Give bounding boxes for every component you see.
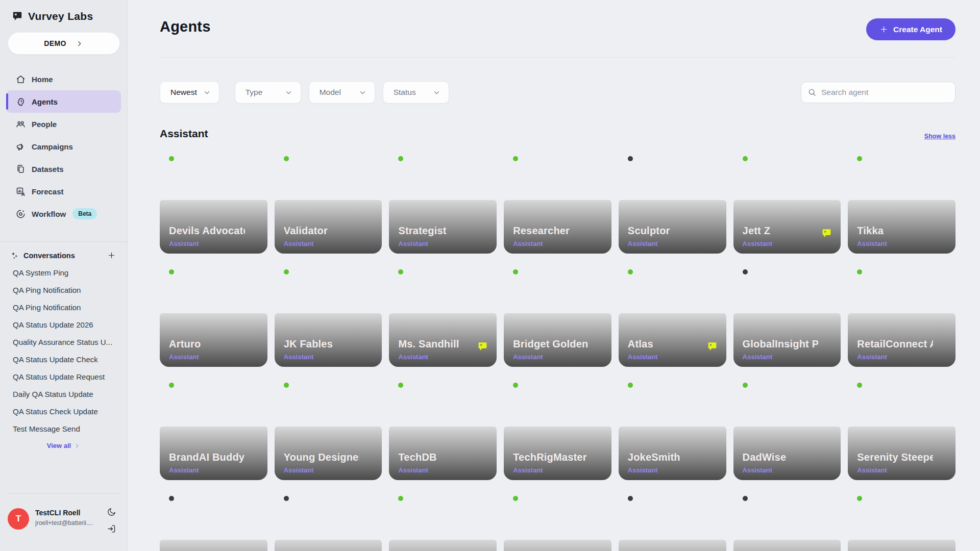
card-gradient xyxy=(275,540,382,551)
conversation-item[interactable]: QA System Ping xyxy=(0,264,127,282)
agent-card[interactable]: Atlas Assistant xyxy=(619,266,726,367)
chevron-down-icon xyxy=(203,89,211,96)
agent-card[interactable]: Validator Assistant xyxy=(275,153,382,254)
view-all-link[interactable]: View all xyxy=(0,442,127,449)
chevron-down-icon xyxy=(285,89,292,96)
conversation-item[interactable]: Test Message Send xyxy=(0,420,127,438)
filter-row: Newest Type Model Status xyxy=(160,81,955,104)
agent-name: Arturo xyxy=(169,338,245,350)
sidebar-item-people[interactable]: People xyxy=(6,113,121,135)
filter-sort-dropdown[interactable]: Newest xyxy=(160,81,219,104)
agent-card[interactable]: Devils Advocate Assistant xyxy=(160,153,267,254)
conversation-item[interactable]: QA Status Check Update xyxy=(0,403,127,420)
sidebar-item-agents[interactable]: Agents xyxy=(6,90,121,113)
agent-type-label: Assistant xyxy=(398,240,428,247)
agent-type-label: Assistant xyxy=(169,466,199,474)
agent-card[interactable]: Strategist Assistant xyxy=(389,153,497,254)
filter-model-dropdown[interactable]: Model xyxy=(309,81,375,104)
agent-card-partial[interactable] xyxy=(848,492,955,551)
campaigns-icon xyxy=(15,141,26,152)
conversation-item[interactable]: Quality Assurance Status U... xyxy=(0,334,127,351)
agent-card[interactable]: Serenity Steeper Assistant xyxy=(848,379,955,480)
agent-card[interactable]: Ms. Sandhill Assistant xyxy=(389,266,497,367)
new-conversation-button[interactable] xyxy=(107,251,116,260)
agent-card[interactable]: Jett Z Assistant xyxy=(733,153,841,254)
agent-name: Devils Advocate xyxy=(169,225,245,237)
vurvey-flag-icon xyxy=(11,10,23,22)
conversation-item[interactable]: QA Status Update Check xyxy=(0,351,127,368)
filter-status-dropdown[interactable]: Status xyxy=(383,81,449,104)
agent-card[interactable]: TechRigMaster Assistant xyxy=(504,379,611,480)
sidebar-item-campaigns[interactable]: Campaigns xyxy=(6,135,121,158)
agent-card[interactable]: JK Fables Assistant xyxy=(275,266,382,367)
agent-type-label: Assistant xyxy=(284,466,314,474)
conversation-item[interactable]: QA Ping Notification xyxy=(0,299,127,316)
agent-type-label: Assistant xyxy=(284,240,314,247)
logout-icon[interactable] xyxy=(107,524,116,534)
agent-card-partial[interactable] xyxy=(389,492,497,551)
chevron-down-icon xyxy=(359,89,366,96)
agent-name: TechDB xyxy=(398,452,474,463)
sidebar-item-datasets[interactable]: Datasets xyxy=(6,158,121,180)
agent-type-label: Assistant xyxy=(513,240,543,247)
chevron-right-icon xyxy=(76,40,83,47)
agent-card[interactable]: DadWise Assistant xyxy=(733,379,841,480)
workspace-switcher[interactable]: DEMO xyxy=(8,32,120,55)
filter-type-dropdown[interactable]: Type xyxy=(235,81,301,104)
show-less-link[interactable]: Show less xyxy=(924,133,955,140)
conversation-item[interactable]: QA Status Update Request xyxy=(0,368,127,386)
status-dot xyxy=(857,269,862,274)
conversation-item[interactable]: QA Ping Notification xyxy=(0,282,127,299)
agent-card[interactable]: Bridget Golden Assistant xyxy=(504,266,611,367)
status-dot xyxy=(513,383,518,388)
agent-name: JokeSmith xyxy=(628,452,704,463)
agent-card[interactable]: GlobalInsight Pro Assistant xyxy=(733,266,841,367)
agent-card[interactable]: TechDB Assistant xyxy=(389,379,497,480)
agent-card[interactable]: Young Designer Assistant xyxy=(275,379,382,480)
agent-card-partial[interactable] xyxy=(275,492,382,551)
agent-card[interactable]: Tikka Assistant xyxy=(848,153,955,254)
dropdown-label: Status xyxy=(394,88,416,97)
agents-icon xyxy=(15,96,26,107)
agent-card-partial[interactable] xyxy=(160,492,267,551)
agent-card[interactable]: Researcher Assistant xyxy=(504,153,611,254)
agent-card[interactable]: Arturo Assistant xyxy=(160,266,267,367)
search-icon xyxy=(807,88,817,97)
sidebar-item-home[interactable]: Home xyxy=(6,68,121,90)
agent-card-partial[interactable] xyxy=(619,492,726,551)
agent-name: RetailConnect AI xyxy=(857,338,933,350)
agent-type-label: Assistant xyxy=(743,466,773,474)
agent-card[interactable]: Sculptor Assistant xyxy=(619,153,726,254)
sidebar-divider xyxy=(0,241,127,242)
nav-item-label: Forecast xyxy=(32,187,64,196)
agent-card-partial[interactable] xyxy=(504,492,611,551)
agents-grid: Devils Advocate Assistant Validator Assi… xyxy=(160,153,955,480)
status-dot xyxy=(628,156,633,161)
agent-card[interactable]: RetailConnect AI Assistant xyxy=(848,266,955,367)
agent-name: GlobalInsight Pro xyxy=(743,338,819,350)
conversation-item[interactable]: QA Status Update 2026 xyxy=(0,316,127,334)
search-agent-input[interactable] xyxy=(821,88,949,97)
status-dot xyxy=(169,496,174,501)
sidebar-item-workflow[interactable]: Workflow Beta xyxy=(6,203,121,225)
status-dot xyxy=(513,496,518,501)
agent-card[interactable]: BrandAI Buddy Assistant xyxy=(160,379,267,480)
agent-card[interactable]: JokeSmith Assistant xyxy=(619,379,726,480)
agent-type-label: Assistant xyxy=(398,466,428,474)
nav-item-label: Datasets xyxy=(32,165,64,173)
conversation-item[interactable]: Daily QA Status Update xyxy=(0,386,127,403)
section-title: Assistant xyxy=(160,128,208,140)
status-dot xyxy=(398,383,403,388)
avatar[interactable]: T xyxy=(8,508,29,530)
chevron-right-icon xyxy=(74,443,80,449)
agent-name: Ms. Sandhill xyxy=(398,338,474,350)
status-dot xyxy=(513,269,518,274)
moon-icon[interactable] xyxy=(107,507,116,517)
card-gradient xyxy=(504,540,611,551)
agent-card-partial[interactable] xyxy=(733,492,841,551)
sort-value: Newest xyxy=(170,88,197,97)
create-agent-button[interactable]: Create Agent xyxy=(866,18,955,40)
workflow-icon xyxy=(15,209,26,219)
agent-name: DadWise xyxy=(743,452,819,463)
sidebar-item-forecast[interactable]: Forecast xyxy=(6,180,121,203)
